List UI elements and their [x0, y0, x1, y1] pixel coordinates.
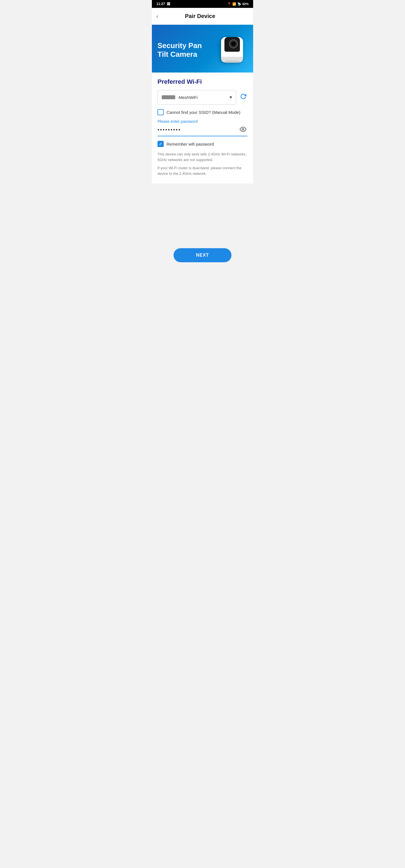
- manual-mode-row[interactable]: Cannot find your SSID? (Manual Mode): [157, 109, 248, 115]
- camera-image: [216, 33, 248, 67]
- signal-icon: 📡: [237, 2, 241, 6]
- refresh-icon: [240, 93, 247, 101]
- next-button-container: NEXT: [152, 240, 253, 271]
- remember-wifi-checkbox[interactable]: ✓: [157, 141, 164, 147]
- eye-icon[interactable]: [238, 126, 248, 134]
- svg-point-0: [242, 128, 244, 130]
- info-text-1: This device can only work with 2.4GHz Wi…: [157, 152, 248, 162]
- wifi-icon: 📶: [232, 2, 236, 6]
- wifi-ssid-redacted: [162, 95, 175, 99]
- gray-spacer: [152, 184, 253, 240]
- wifi-ssid-text: -MeshWiFi: [177, 95, 198, 100]
- page-title: Pair Device: [161, 13, 249, 20]
- password-label: Please enter password: [157, 119, 248, 124]
- manual-mode-label: Cannot find your SSID? (Manual Mode): [167, 110, 240, 115]
- battery-indicator: 82%: [242, 2, 249, 6]
- remember-wifi-label: Remember wifi password: [167, 142, 214, 147]
- form-content: Preferred Wi-Fi -MeshWiFi ▾ Cannot find …: [152, 72, 253, 184]
- manual-mode-checkbox[interactable]: [157, 109, 164, 115]
- chevron-down-icon: ▾: [230, 94, 232, 100]
- wifi-dropdown-left: -MeshWiFi: [162, 95, 198, 100]
- wifi-dropdown[interactable]: -MeshWiFi ▾: [157, 90, 236, 104]
- hero-camera-name: Security Pan Tilt Camera: [157, 41, 208, 59]
- info-text-2: If your Wi-Fi router is dual-band, pleas…: [157, 165, 248, 176]
- status-time: 11:27: [156, 2, 165, 6]
- wifi-selector-row: -MeshWiFi ▾: [157, 90, 248, 104]
- password-input[interactable]: [157, 127, 238, 133]
- remember-wifi-row[interactable]: ✓ Remember wifi password: [157, 141, 248, 147]
- refresh-wifi-button[interactable]: [239, 92, 248, 102]
- back-icon: ‹: [156, 13, 158, 19]
- status-bar-right: 📍 📶 📡 82%: [227, 2, 249, 6]
- status-bar-left: 11:27 🖼: [156, 2, 170, 6]
- section-title: Preferred Wi-Fi: [157, 78, 248, 86]
- header: ‹ Pair Device: [152, 8, 253, 25]
- status-bar: 11:27 🖼 📍 📶 📡 82%: [152, 0, 253, 8]
- location-icon: 📍: [227, 2, 231, 6]
- password-field-row: [157, 126, 248, 136]
- next-button[interactable]: NEXT: [174, 248, 232, 262]
- back-button[interactable]: ‹: [156, 12, 161, 21]
- checkmark-icon: ✓: [159, 142, 162, 146]
- hero-banner: Security Pan Tilt Camera: [152, 25, 253, 72]
- photo-icon: 🖼: [167, 2, 170, 6]
